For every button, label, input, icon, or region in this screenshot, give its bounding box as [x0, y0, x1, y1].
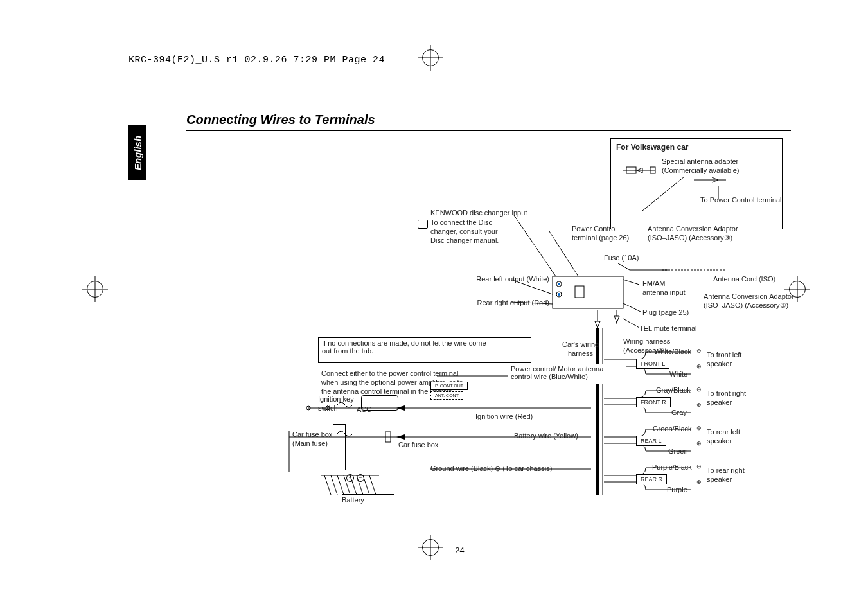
svg-marker-13	[595, 321, 600, 328]
note-no-connections: If no connections are made, do not let t…	[318, 337, 531, 363]
label-to-power-control: To Power Control terminal	[700, 196, 782, 205]
label-fr-to: To front right speaker	[707, 389, 746, 407]
svg-point-45	[558, 283, 560, 285]
svg-point-46	[556, 292, 562, 297]
svg-line-10	[623, 319, 639, 328]
label-fl-pos: White	[669, 370, 687, 379]
vw-note-box: For Volkswagen car	[610, 138, 783, 229]
box-ant-cont: ANT. CONT	[430, 391, 463, 400]
box-rear-l: REAR L	[636, 436, 666, 446]
label-special-antenna-adapter: Special antenna adapter (Commercially av…	[662, 157, 739, 175]
label-fl-to: To front left speaker	[707, 351, 741, 369]
label-rr-to: To rear right speaker	[707, 466, 745, 484]
svg-marker-14	[614, 316, 619, 323]
svg-line-6	[623, 280, 639, 285]
svg-point-35	[306, 406, 310, 410]
label-antenna-cord-iso: Antenna Cord (ISO)	[713, 275, 775, 284]
label-fr-neg: Gray/Black	[656, 386, 691, 395]
label-antenna-conv-adaptor-2: Antenna Conversion Adaptor (ISO–JASO) (A…	[704, 292, 794, 310]
label-battery-wire: Battery wire (Yellow)	[514, 432, 578, 441]
label-acc: ACC	[357, 405, 371, 414]
label-rl-neg: Green/Black	[653, 425, 692, 434]
label-fuse-10a: Fuse (10A)	[604, 254, 639, 263]
fusebox-icon	[333, 424, 346, 470]
file-header: KRC-394(E2)_U.S r1 02.9.26 7:29 PM Page …	[128, 55, 385, 66]
label-rear-left-output: Rear left output (White)	[447, 275, 549, 284]
label-ignition-wire: Ignition wire (Red)	[475, 413, 533, 422]
box-front-r: FRONT R	[636, 397, 671, 407]
svg-point-44	[556, 281, 562, 287]
svg-line-3	[514, 215, 556, 276]
label-disc-changer-note: To connect the Disc changer, consult you…	[430, 218, 499, 245]
label-disc-changer-input: KENWOOD disc changer input	[430, 209, 527, 218]
svg-marker-21	[396, 434, 405, 440]
svg-line-7	[623, 303, 641, 312]
box-front-l: FRONT L	[636, 359, 669, 369]
svg-line-25	[331, 475, 337, 495]
label-ground-wire: Ground wire (Black) ⊖ (To car chassis)	[430, 465, 552, 474]
label-plug: Plug (page 25)	[642, 308, 689, 317]
wiring-diagram: For Volkswagen car Special antenna adapt…	[193, 135, 790, 514]
label-power-motor-antenna: Power control/ Motor antenna control wir…	[508, 364, 626, 384]
svg-rect-48	[575, 286, 584, 298]
label-rr-neg: Purple/Black	[652, 463, 692, 472]
label-fr-pos: Gray	[671, 409, 687, 418]
label-ignition-switch: Ignition key switch	[318, 395, 354, 413]
label-rl-to: To rear left speaker	[707, 428, 740, 446]
svg-point-47	[558, 293, 560, 296]
label-connect-either: Connect either to the power control term…	[321, 369, 501, 396]
label-fl-neg: White/Black	[654, 348, 691, 357]
label-battery: Battery	[342, 496, 364, 505]
page-title: Connecting Wires to Terminals	[186, 112, 375, 127]
label-rl-pos: Green	[668, 447, 688, 456]
title-rule	[186, 130, 791, 131]
page-number: — 24 —	[445, 546, 475, 555]
book-icon	[418, 220, 428, 229]
language-tab: English	[128, 125, 146, 180]
label-power-control-terminal: Power Control terminal (page 26)	[572, 225, 629, 243]
label-rr-pos: Purple	[667, 486, 687, 495]
label-cars-wiring-harness: Car's wiring harness	[562, 341, 599, 359]
vw-heading: For Volkswagen car	[616, 143, 777, 152]
box-rear-r: REAR R	[636, 474, 667, 484]
svg-line-5	[618, 263, 630, 270]
label-fmam-input: FM/AM antenna input	[642, 280, 686, 298]
label-car-fuse-main: Car fuse box (Main fuse)	[292, 431, 332, 449]
battery-icon: + −	[342, 472, 394, 495]
box-p-cont-out: P. CONT OUT	[430, 382, 468, 390]
label-antenna-conv-adaptor: Antenna Conversion Adaptor (ISO–JASO) (A…	[648, 225, 738, 243]
label-tel-mute: TEL mute terminal	[639, 324, 696, 333]
label-rear-right-output: Rear right output (Red)	[447, 299, 549, 308]
label-car-fuse: Car fuse box	[398, 441, 438, 450]
svg-rect-0	[553, 276, 623, 308]
svg-line-24	[324, 475, 331, 495]
